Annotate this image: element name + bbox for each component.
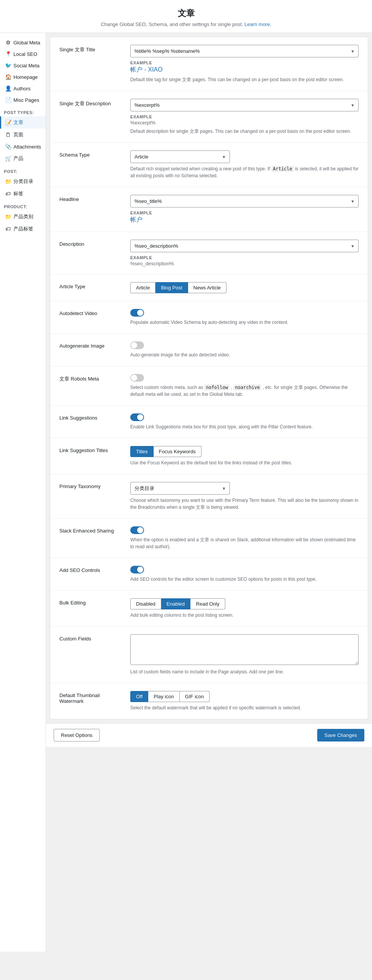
default-thumbnail-btn-off[interactable]: Off [130, 691, 148, 702]
robots-meta-label: 文章 Robots Meta [59, 374, 123, 382]
single-title-select[interactable]: %title% %sep% %sitename% [130, 45, 359, 57]
schema-type-content: Article BlogPosting NewsArticle None ▼ D… [130, 150, 359, 179]
schema-type-desc: Default rich snippet selected when creat… [130, 165, 359, 179]
single-desc-select-wrapper: %excerpt% ▼ [130, 99, 359, 111]
schema-type-select[interactable]: Article BlogPosting NewsArticle None [130, 150, 230, 163]
link-suggestion-titles-content: Titles Focus Keywords Use the Focus Keyw… [130, 446, 359, 466]
autogenerate-image-toggle[interactable] [130, 341, 144, 349]
add-seo-controls-desc: Add SEO controls for the editor screen t… [130, 576, 359, 583]
default-thumbnail-btn-gif[interactable]: GIF icon [180, 691, 210, 702]
reset-options-button[interactable]: Reset Options [54, 729, 100, 742]
primary-taxonomy-select[interactable]: 分类目录 标签 [130, 482, 230, 495]
default-thumbnail-content: Off Play icon GIF icon Select the defaul… [130, 691, 359, 711]
toggle-track-6 [130, 566, 144, 573]
bulk-editing-label: Bulk Editing [59, 598, 123, 606]
headline-example-label: EXAMPLE [130, 211, 359, 215]
document-icon: 📄 [5, 97, 11, 103]
cart-icon: 🛒 [5, 155, 11, 162]
single-title-desc: Default title tag for single 文章 pages. T… [130, 76, 359, 83]
single-desc-content: %excerpt% ▼ EXAMPLE %excerpt% Default de… [130, 99, 359, 135]
sidebar-item-misc-pages[interactable]: 📄 Misc Pages [0, 94, 46, 106]
link-suggestions-label: Link Suggestions [59, 413, 123, 421]
primary-taxonomy-desc: Choose which taxonomy you want to use wi… [130, 497, 359, 511]
single-title-example-label: EXAMPLE [130, 60, 359, 65]
toggle-track-5 [130, 526, 144, 534]
sidebar-item-yeman[interactable]: 🗒 页面 [0, 129, 46, 141]
sidebar-item-homepage[interactable]: 🏠 Homepage [0, 71, 46, 83]
slack-sharing-toggle[interactable] [130, 526, 144, 534]
link-suggestion-titles-btn-focus[interactable]: Focus Keywords [154, 446, 202, 457]
edit-icon: 📝 [5, 119, 11, 126]
bulk-editing-btn-disabled[interactable]: Disabled [130, 598, 161, 609]
sidebar-item-wenzhang[interactable]: 📝 文章 [0, 116, 46, 129]
sidebar-item-product-tag[interactable]: 🏷 产品标签 [0, 223, 46, 235]
autodetect-video-content: Populate automatic Video Schema by auto-… [130, 309, 359, 326]
setting-single-title: Single 文章 Title %title% %sep% %sitename%… [50, 37, 368, 91]
sidebar-item-attachments[interactable]: 📎 Attachments [0, 141, 46, 152]
setting-primary-taxonomy: Primary Taxonomy 分类目录 标签 ▼ Choose which … [50, 474, 368, 519]
learn-more-link[interactable]: Learn more. [244, 21, 271, 27]
save-changes-button[interactable]: Save Changes [317, 729, 364, 742]
autodetect-video-toggle[interactable] [130, 309, 144, 317]
sidebar-item-categories[interactable]: 📁 分类目录 [0, 175, 46, 188]
sidebar: ⚙ Global Meta 📍 Local SEO 🐦 Social Meta … [0, 33, 46, 952]
article-type-btn-blog-post[interactable]: Blog Post [156, 282, 188, 293]
autogenerate-image-label: Autogenerate Image [59, 341, 123, 349]
sidebar-item-product[interactable]: 🛒 产品 [0, 152, 46, 165]
description-example-label: EXAMPLE [130, 255, 359, 260]
default-thumbnail-btn-play[interactable]: Play icon [148, 691, 180, 702]
article-type-btn-article[interactable]: Article [130, 282, 156, 293]
bulk-editing-btn-enabled[interactable]: Enabled [161, 598, 191, 609]
primary-taxonomy-select-wrapper: 分类目录 标签 ▼ [130, 482, 230, 495]
bulk-editing-btn-read-only[interactable]: Read Only [190, 598, 225, 609]
link-suggestions-content: Enable Link Suggestions meta box for thi… [130, 413, 359, 430]
add-seo-controls-toggle[interactable] [130, 566, 144, 573]
add-seo-controls-toggle-wrapper [130, 566, 359, 573]
setting-custom-fields: Custom Fields List of custom fields name… [50, 627, 368, 683]
single-desc-example-value: %excerpt% [130, 120, 359, 126]
sidebar-item-product-cat[interactable]: 📁 产品类别 [0, 211, 46, 223]
headline-select[interactable]: %seo_title% [130, 195, 359, 207]
custom-fields-content: List of custom fields name to include in… [130, 634, 359, 675]
sidebar-item-local-seo[interactable]: 📍 Local SEO [0, 48, 46, 60]
article-type-btn-group: Article Blog Post News Article [130, 282, 359, 293]
headline-select-wrapper: %seo_title% ▼ [130, 195, 359, 207]
content-area: Single 文章 Title %title% %sep% %sitename%… [46, 33, 372, 952]
single-title-example-value: 帐户 - XIAO [130, 66, 359, 74]
bulk-editing-btn-group: Disabled Enabled Read Only [130, 598, 359, 609]
single-desc-example-label: EXAMPLE [130, 114, 359, 119]
sidebar-item-social-meta[interactable]: 🐦 Social Meta [0, 60, 46, 71]
custom-fields-textarea[interactable] [130, 634, 359, 665]
link-suggestion-titles-btn-titles[interactable]: Titles [130, 446, 154, 457]
article-type-btn-news-article[interactable]: News Article [188, 282, 227, 293]
toggle-track-4 [130, 413, 144, 421]
single-desc-select[interactable]: %excerpt% [130, 99, 359, 111]
headline-content: %seo_title% ▼ EXAMPLE 帐户 [130, 195, 359, 224]
link-suggestions-toggle[interactable] [130, 413, 144, 421]
sidebar-item-tags[interactable]: 🏷 标签 [0, 188, 46, 200]
robots-meta-toggle-wrapper [130, 374, 359, 382]
default-thumbnail-label: Default Thumbnail Watermark [59, 691, 123, 704]
description-example-value: %seo_description% [130, 261, 359, 266]
headline-example-value: 帐户 [130, 216, 359, 224]
page-subtitle: Change Global SEO, Schema, and other set… [8, 21, 364, 27]
page-title: 文章 [8, 8, 364, 19]
setting-robots-meta: 文章 Robots Meta Select custom robots meta… [50, 366, 368, 406]
slack-sharing-content: When the option is enabled and a 文章 is s… [130, 526, 359, 550]
main-layout: ⚙ Global Meta 📍 Local SEO 🐦 Social Meta … [0, 33, 372, 952]
description-select-wrapper: %seo_description% ▼ [130, 240, 359, 252]
setting-default-thumbnail: Default Thumbnail Watermark Off Play ico… [50, 683, 368, 719]
robots-meta-toggle[interactable] [130, 374, 144, 382]
single-title-label: Single 文章 Title [59, 45, 123, 53]
sidebar-item-global-meta[interactable]: ⚙ Global Meta [0, 37, 46, 48]
setting-slack-sharing: Slack Enhanced Sharing When the option i… [50, 519, 368, 558]
settings-card: Single 文章 Title %title% %sep% %sitename%… [50, 37, 368, 719]
setting-schema-type: Schema Type Article BlogPosting NewsArti… [50, 143, 368, 187]
sidebar-item-authors[interactable]: 👤 Authors [0, 83, 46, 94]
pin-icon: 📍 [5, 51, 11, 57]
description-select[interactable]: %seo_description% [130, 240, 359, 252]
link-suggestions-desc: Enable Link Suggestions meta box for thi… [130, 423, 359, 430]
robots-meta-content: Select custom robots meta, such as nofol… [130, 374, 359, 398]
sidebar-menu: ⚙ Global Meta 📍 Local SEO 🐦 Social Meta … [0, 37, 46, 106]
attachment-icon: 📎 [5, 144, 11, 150]
